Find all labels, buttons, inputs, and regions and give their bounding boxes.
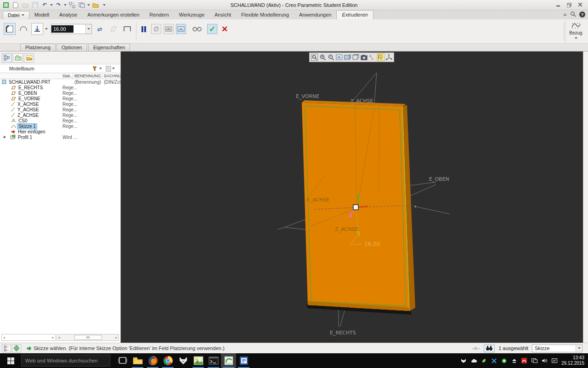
depth-value-input[interactable]: 16.00 — [51, 25, 74, 33]
tree-filter-icon[interactable] — [92, 66, 102, 72]
label-e-vorne[interactable]: E_VORNE — [296, 93, 319, 99]
usb-eject-icon[interactable] — [511, 358, 517, 364]
blue-app-icon[interactable] — [236, 353, 251, 368]
tree-item-label[interactable]: Hier einfügen — [17, 129, 46, 134]
tab-rendern[interactable]: Rendern — [144, 11, 174, 19]
undo-dropdown-icon[interactable] — [50, 4, 53, 6]
restore-button[interactable] — [564, 1, 574, 8]
remove-material-icon[interactable] — [107, 23, 119, 35]
model-tree-tab-icon[interactable] — [2, 53, 12, 63]
tree-row-e-oben[interactable]: E_OBENRege... — [0, 90, 120, 96]
preview-attached-icon[interactable] — [176, 24, 186, 34]
flip-direction-icon[interactable]: ⇄ — [94, 23, 106, 35]
panel-tab-eigenschaften[interactable]: Eigenschaften — [88, 44, 130, 51]
tree-row-cs0[interactable]: CS0Rege... — [0, 118, 120, 123]
firefox-icon[interactable] — [145, 353, 160, 368]
solid-extrude-icon[interactable] — [4, 23, 16, 35]
tab-modell[interactable]: Modell — [29, 11, 54, 19]
new-file-icon[interactable] — [11, 1, 20, 9]
tree-hscrollbar-left[interactable]: ◂▸ — [1, 334, 56, 341]
onedrive-cloud-icon[interactable] — [471, 358, 477, 364]
datum-display-icon[interactable]: X,✕ — [368, 53, 376, 61]
tab-extrudieren[interactable]: Extrudieren — [336, 10, 373, 19]
leaf-tray-icon[interactable] — [481, 358, 487, 364]
tree-row-x-achse[interactable]: X_ACHSERege... — [0, 101, 120, 107]
action-center-icon[interactable] — [552, 358, 558, 364]
tree-row-skizze-1[interactable]: Skizze 1Rege... — [0, 123, 120, 129]
regenerate-icon[interactable] — [68, 1, 76, 9]
save-icon[interactable] — [31, 1, 39, 9]
tree-item-label[interactable]: SCHALLWAND.PRT — [8, 80, 51, 85]
avira-tray-icon[interactable] — [521, 358, 527, 364]
tab-anmerkungen-erstellen[interactable]: Anmerkungen erstellen — [82, 11, 144, 19]
selection-filter-combo[interactable]: Skizze — [532, 345, 582, 352]
terminal-app-icon[interactable] — [206, 353, 221, 368]
tree-item-label[interactable]: CS0 — [17, 118, 28, 123]
collapse-ribbon-icon[interactable] — [563, 13, 567, 16]
close-button[interactable] — [575, 1, 585, 8]
tree-item-label[interactable]: E_OBEN — [17, 91, 38, 96]
sync-tray-icon[interactable] — [491, 358, 497, 364]
expander-icon[interactable] — [4, 136, 6, 138]
apply-check-icon[interactable]: ✓ — [207, 24, 217, 34]
bezug-group[interactable]: Bezug — [565, 20, 586, 42]
open-file-icon[interactable] — [21, 1, 29, 9]
zoom-out-icon[interactable] — [327, 53, 335, 61]
tree-row-schallwand-prt[interactable]: SCHALLWAND.PRT(Benennung)(DIN/Zchn — [0, 79, 120, 85]
view-manager-icon[interactable] — [360, 53, 368, 61]
model-3d-view[interactable]: E_VORNE Y_ACHSE X_ACHSE Z_ACHSE E_OBEN E… — [121, 52, 583, 343]
panel-tab-optionen[interactable]: Optionen — [57, 44, 87, 51]
label-y-achse[interactable]: Y_ACHSE — [350, 98, 373, 104]
tree-item-label[interactable]: E_RECHTS — [17, 85, 44, 90]
annotation-display-icon[interactable] — [377, 53, 384, 61]
find-binoculars-icon[interactable] — [484, 345, 495, 352]
tree-item-label[interactable]: X_ACHSE — [17, 102, 40, 107]
tree-item-label[interactable]: Z_ACHSE — [17, 113, 40, 118]
surface-extrude-icon[interactable] — [17, 23, 29, 35]
folder-browser-tab-icon[interactable] — [13, 53, 23, 63]
tree-row-z-achse[interactable]: Z_ACHSERege... — [0, 112, 120, 118]
redo-icon[interactable]: ↷ — [54, 1, 62, 9]
taskbar-clock[interactable]: 13:43 29.12.2015 — [561, 355, 588, 367]
creo-app-icon[interactable] — [2, 1, 10, 9]
help-icon[interactable]: ? — [579, 12, 585, 17]
close-window-icon[interactable] — [91, 1, 100, 9]
panel-tab-platzierung[interactable]: Platzierung — [20, 44, 56, 51]
file-menu-button[interactable]: Datei — [3, 11, 29, 19]
tree-column-headers[interactable]: Stat... BENENNUNG SACHNUM — [0, 73, 120, 79]
label-e-rechts[interactable]: E_RECHTS — [330, 330, 356, 336]
task-view-button[interactable] — [115, 353, 130, 368]
minimize-button[interactable] — [553, 1, 563, 8]
graphics-area[interactable]: X,✕ — [121, 52, 583, 343]
zoom-in-icon[interactable] — [319, 53, 327, 61]
display-style-icon[interactable] — [344, 53, 351, 61]
browser-toggle-icon[interactable] — [12, 345, 21, 352]
label-e-oben[interactable]: E_OBEN — [429, 176, 449, 182]
start-button[interactable] — [0, 353, 21, 368]
drag-handle-square[interactable] — [353, 205, 358, 210]
customize-toolbar-icon[interactable] — [103, 4, 106, 6]
image-app-icon[interactable] — [191, 353, 206, 368]
saved-orientations-icon[interactable] — [352, 53, 360, 61]
window-dropdown-icon[interactable] — [87, 4, 90, 6]
axis-endpoint-handle[interactable] — [357, 195, 360, 197]
depth-dimension-value[interactable]: 16.00 — [364, 241, 380, 247]
tree-item-label[interactable]: Profil 1 — [17, 135, 33, 140]
tab-analyse[interactable]: Analyse — [54, 11, 82, 19]
bezug-dropdown-icon[interactable] — [575, 37, 577, 39]
tree-item-label[interactable]: Y_ACHSE — [17, 107, 40, 112]
tree-row-e-vorne[interactable]: E_VORNERege... — [0, 96, 120, 101]
verify-glasses-icon[interactable] — [192, 24, 202, 34]
repaint-icon[interactable] — [335, 53, 343, 61]
depth-dropdown-icon[interactable] — [45, 28, 48, 30]
no-preview-icon[interactable]: ∅ — [151, 24, 161, 34]
tree-row-hier-einfügen[interactable]: Hier einfügen — [0, 129, 120, 134]
undo-icon[interactable]: ↶ — [40, 1, 49, 9]
depth-option-icon[interactable] — [31, 23, 43, 35]
zoom-window-icon[interactable] — [311, 53, 318, 61]
cancel-x-icon[interactable]: ✕ — [220, 24, 230, 34]
tree-item-label[interactable]: E_VORNE — [17, 96, 41, 101]
tree-hscrollbar-right[interactable]: ◂ ▸ — [57, 334, 119, 341]
redo-dropdown-icon[interactable] — [64, 4, 67, 6]
depth-value-combo[interactable]: 16.00 — [51, 24, 92, 34]
